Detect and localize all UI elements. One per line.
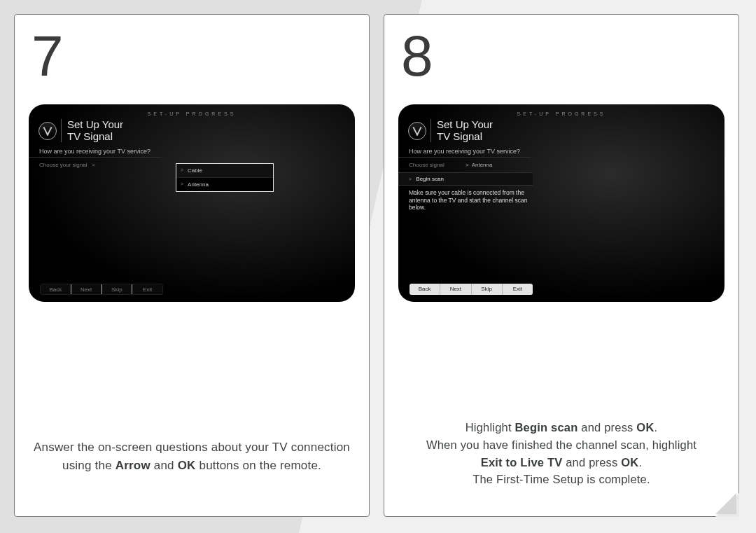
chevron-right-icon: >	[181, 167, 183, 174]
caption-bold-exit-live-tv: Exit to Live TV	[481, 456, 563, 469]
tv-screenshot-7: SET-UP PROGRESS Set Up Your TV Signal Ho…	[29, 104, 355, 302]
caption-text: Highlight	[465, 421, 515, 434]
tv-question: How are you receiving your TV service?	[398, 142, 531, 158]
caption-text: .	[638, 456, 642, 469]
caption-bold-ok: OK	[621, 456, 638, 469]
step7-caption: Answer the on-screen questions about you…	[29, 438, 355, 474]
tv-menu-title: Set Up Your TV Signal	[61, 119, 123, 142]
nav-skip-button[interactable]: Skip	[472, 284, 503, 295]
choose-signal-label: Choose your signal	[39, 162, 87, 168]
signal-option-cable[interactable]: > Cable	[176, 164, 273, 178]
choose-signal-row[interactable]: Choose signal > Antenna	[398, 158, 724, 171]
caption-text: The First-Time Setup is complete.	[472, 473, 650, 485]
caption-bold-arrow: Arrow	[115, 459, 150, 472]
nav-exit-button[interactable]: Exit	[503, 284, 533, 295]
chevron-right-icon: >	[181, 181, 183, 188]
manual-page-7: 7 SET-UP PROGRESS Set Up Your TV Signal …	[14, 14, 370, 517]
caption-bold-ok: OK	[178, 459, 196, 472]
caption-bold-ok: OK	[636, 421, 654, 434]
manual-page-8: 8 SET-UP PROGRESS Set Up Your TV Signal …	[384, 14, 739, 517]
caption-text: and	[150, 459, 178, 472]
caption-text: and press	[578, 421, 637, 434]
signal-option-antenna[interactable]: > Antenna	[176, 178, 273, 191]
option-label: Antenna	[188, 181, 209, 188]
signal-popup: > Cable > Antenna	[176, 163, 274, 192]
tv-menu-title: Set Up Your TV Signal	[430, 119, 493, 142]
chevron-right-icon: >	[465, 162, 469, 168]
step8-caption: Highlight Begin scan and press OK. When …	[398, 419, 724, 488]
tv-question: How are you receiving your TV service?	[29, 142, 162, 158]
page-dogear-icon	[715, 493, 739, 517]
chevron-right-icon: >	[92, 162, 95, 168]
tv-title-line1: Set Up Your	[67, 118, 123, 130]
tv-title-line1: Set Up Your	[437, 118, 493, 130]
tv-title-line2: TV Signal	[67, 130, 113, 142]
chevron-right-icon: >	[409, 176, 412, 181]
nav-skip-button[interactable]: Skip	[102, 284, 133, 294]
caption-text: and press	[562, 456, 621, 469]
nav-next-button[interactable]: Next	[440, 284, 471, 295]
begin-scan-row[interactable]: > Begin scan	[398, 172, 533, 186]
nav-back-button[interactable]: Back	[41, 284, 71, 294]
brand-logo-icon	[408, 122, 426, 140]
nav-next-button[interactable]: Next	[71, 284, 102, 294]
step-number: 8	[401, 27, 724, 85]
step-number: 7	[31, 27, 355, 85]
option-label: Cable	[188, 167, 202, 174]
choose-signal-label: Choose signal	[409, 162, 444, 168]
caption-text: buttons on the remote.	[196, 459, 321, 472]
begin-scan-label: Begin scan	[416, 176, 444, 182]
tv-nav-bar: Back Next Skip Exit	[410, 284, 533, 295]
nav-back-button[interactable]: Back	[410, 284, 440, 295]
tv-progress-label: SET-UP PROGRESS	[29, 104, 355, 116]
caption-text: .	[654, 421, 658, 434]
tv-progress-label: SET-UP PROGRESS	[398, 104, 724, 116]
caption-text: When you have finished the channel scan,…	[426, 438, 696, 451]
choose-signal-value: Antenna	[472, 162, 493, 168]
tv-nav-bar: Back Next Skip Exit	[40, 284, 163, 295]
tv-screenshot-8: SET-UP PROGRESS Set Up Your TV Signal Ho…	[398, 104, 724, 302]
brand-logo-icon	[38, 122, 57, 140]
tv-title-line2: TV Signal	[437, 130, 482, 142]
nav-exit-button[interactable]: Exit	[132, 284, 162, 294]
tv-help-text: Make sure your cable is connected from t…	[398, 186, 537, 212]
caption-bold-begin-scan: Begin scan	[514, 421, 578, 434]
